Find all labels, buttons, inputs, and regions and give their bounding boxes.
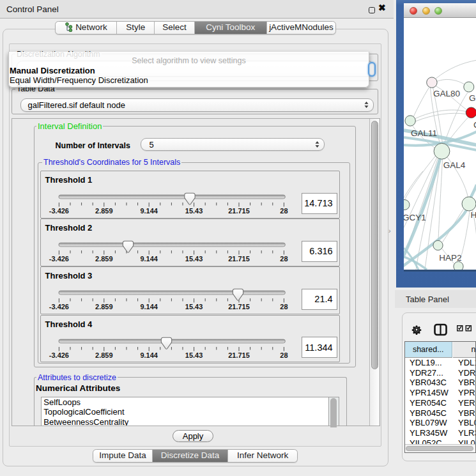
svg-text:-3.426: -3.426 xyxy=(49,351,68,359)
svg-text:G.: G. xyxy=(469,93,476,103)
svg-text:9.144: 9.144 xyxy=(140,303,158,311)
svg-text:28: 28 xyxy=(280,256,288,263)
svg-text:21.715: 21.715 xyxy=(228,303,250,311)
svg-text:-3.426: -3.426 xyxy=(49,303,68,311)
svg-text:2.859: 2.859 xyxy=(95,256,113,263)
svg-text:9.144: 9.144 xyxy=(140,351,158,359)
svg-text:-3.426: -3.426 xyxy=(49,256,68,263)
svg-text:28: 28 xyxy=(280,303,288,311)
svg-text:15.43: 15.43 xyxy=(185,303,203,311)
svg-text:15.43: 15.43 xyxy=(185,256,203,263)
svg-text:GAL80: GAL80 xyxy=(433,89,460,98)
svg-text:9.144: 9.144 xyxy=(140,207,158,215)
svg-text:21.715: 21.715 xyxy=(228,207,250,215)
svg-text:H: H xyxy=(470,210,476,220)
svg-text:GAL11: GAL11 xyxy=(411,128,437,138)
svg-text:2.859: 2.859 xyxy=(95,351,113,359)
svg-text:C: C xyxy=(473,120,476,130)
svg-text:15.43: 15.43 xyxy=(185,351,203,359)
svg-text:2.859: 2.859 xyxy=(95,303,113,311)
svg-text:GAL4: GAL4 xyxy=(443,160,465,170)
svg-text:28: 28 xyxy=(280,207,288,215)
svg-text:28: 28 xyxy=(280,351,288,359)
svg-text:21.715: 21.715 xyxy=(228,351,250,359)
svg-text:2.859: 2.859 xyxy=(95,207,113,215)
svg-text:21.715: 21.715 xyxy=(228,256,250,263)
svg-text:15.43: 15.43 xyxy=(185,207,203,215)
svg-text:9.144: 9.144 xyxy=(140,256,158,263)
svg-text:HAP2: HAP2 xyxy=(439,253,461,263)
svg-text:GCY1: GCY1 xyxy=(404,213,426,222)
svg-text:-3.426: -3.426 xyxy=(49,207,68,215)
